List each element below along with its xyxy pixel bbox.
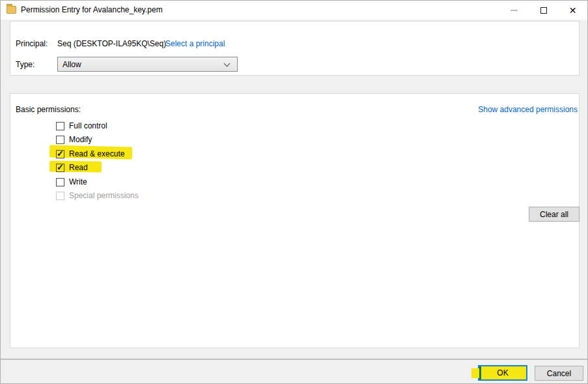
cancel-button-label: Cancel <box>547 369 571 378</box>
permission-row-read[interactable]: ✓ Read <box>56 162 88 173</box>
type-dropdown-value: Allow <box>63 60 81 69</box>
principal-value: Seq (DESKTOP-ILA95KQ\Seq) <box>57 39 166 48</box>
permission-row-modify[interactable]: Modify <box>56 134 92 145</box>
chevron-down-icon <box>224 61 231 67</box>
permission-label: Modify <box>69 135 92 144</box>
cancel-button[interactable]: Cancel <box>535 366 583 381</box>
checkbox-read-execute[interactable]: ✓ <box>56 150 64 158</box>
maximize-icon <box>540 7 547 14</box>
permission-label: Write <box>69 177 87 186</box>
permission-label: Read & execute <box>69 149 124 158</box>
check-icon: ✓ <box>57 149 64 158</box>
checkbox-read[interactable]: ✓ <box>56 164 64 172</box>
title-bar: Permission Entry for Avalanche_key.pem ✕ <box>1 1 587 20</box>
permission-entry-dialog: Permission Entry for Avalanche_key.pem ✕… <box>0 0 588 384</box>
permission-row-read-execute[interactable]: ✓ Read & execute <box>56 149 124 159</box>
principal-label: Principal: <box>16 39 48 48</box>
maximize-button[interactable] <box>529 1 558 20</box>
show-advanced-permissions-link[interactable]: Show advanced permissions <box>478 105 578 114</box>
type-label: Type: <box>16 60 35 69</box>
footer-separator <box>1 359 587 360</box>
select-principal-link[interactable]: Select a principal <box>165 39 225 48</box>
checkbox-full-control[interactable] <box>56 122 64 130</box>
close-icon: ✕ <box>569 6 577 15</box>
clear-all-button[interactable]: Clear all <box>529 207 580 222</box>
clear-all-label: Clear all <box>540 210 568 219</box>
permission-row-write[interactable]: Write <box>56 177 87 187</box>
type-dropdown[interactable]: Allow <box>57 57 238 72</box>
checkbox-write[interactable] <box>56 178 64 186</box>
check-icon: ✓ <box>57 162 64 172</box>
ok-button-label: OK <box>497 368 508 377</box>
basic-permissions-label: Basic permissions: <box>16 105 81 114</box>
close-button[interactable]: ✕ <box>558 1 587 20</box>
permission-label: Read <box>69 163 88 172</box>
principal-type-panel: Principal: Seq (DESKTOP-ILA95KQ\Seq) Sel… <box>10 21 580 76</box>
permission-label: Special permissions <box>69 191 139 200</box>
folder-icon <box>7 6 16 14</box>
permission-row-special-permissions: Special permissions <box>56 190 139 201</box>
minimize-button[interactable] <box>499 1 529 20</box>
ok-highlight-edge <box>479 366 481 379</box>
permission-label: Full control <box>69 121 107 130</box>
checkbox-special-permissions <box>56 192 64 200</box>
ok-button[interactable]: OK <box>478 365 527 381</box>
permission-row-full-control[interactable]: Full control <box>56 121 107 131</box>
minimize-icon <box>511 10 518 11</box>
checkbox-modify[interactable] <box>56 136 64 144</box>
window-title: Permission Entry for Avalanche_key.pem <box>21 5 163 14</box>
basic-permissions-panel: Basic permissions: Show advanced permiss… <box>10 93 580 348</box>
